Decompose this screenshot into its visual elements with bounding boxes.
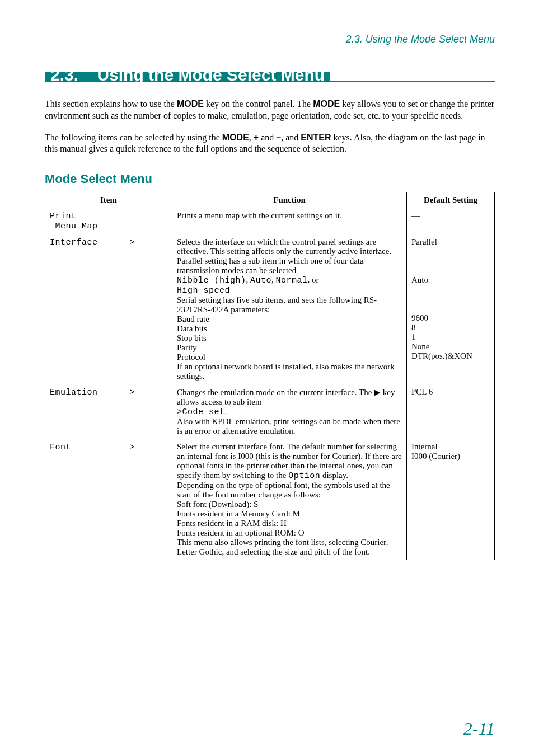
- key-label: +: [254, 133, 259, 142]
- text: Selects the interface on which the contr…: [177, 237, 391, 256]
- paragraph-1: This section explains how to use the MOD…: [45, 98, 495, 122]
- text: Changes the emulation mode on the curren…: [177, 388, 395, 406]
- table-header-row: Item Function Default Setting: [45, 192, 495, 208]
- cell-default: —: [407, 208, 495, 234]
- text: display.: [320, 471, 348, 480]
- text: I000 (Courier): [411, 452, 460, 461]
- cell-item: Font >: [45, 439, 172, 560]
- text: Parallel setting has a sub item in which…: [177, 256, 364, 275]
- lcd-text: Print Menu Map: [50, 212, 98, 231]
- text: Fonts resident in a RAM disk: H: [177, 519, 287, 528]
- text: Auto: [411, 275, 428, 284]
- text: Data bits: [177, 324, 207, 333]
- text: Internal: [411, 442, 438, 451]
- section-title: 2.3. Using the Mode Select Menu: [45, 72, 330, 81]
- section-title-text: Using the Mode Select Menu: [97, 65, 325, 84]
- cell-item: Interface >: [45, 234, 172, 384]
- th-default: Default Setting: [407, 192, 495, 208]
- key-label: –: [276, 133, 281, 142]
- text: 9600: [411, 313, 428, 322]
- cell-function: Selects the interface on which the contr…: [172, 234, 407, 384]
- key-label: MODE: [222, 133, 249, 142]
- text: Serial setting has five sub items, and s…: [177, 295, 377, 314]
- text: .: [225, 407, 227, 416]
- text: Also with KPDL emulation, print settings…: [177, 417, 400, 435]
- cell-item: Emulation >: [45, 384, 172, 439]
- text: Stop bits: [177, 334, 207, 342]
- text: Parity: [177, 343, 197, 352]
- lcd-text: Emulation >: [50, 388, 135, 397]
- text: , or: [308, 275, 319, 284]
- lcd-text: >Code set: [177, 407, 225, 417]
- text: ,: [246, 275, 251, 284]
- cell-default: Parallel Auto 9600 8 1 None DTR(pos.)&XO…: [407, 234, 495, 384]
- text: The following items can be selected by u…: [45, 133, 222, 142]
- lcd-text: Nibble (high): [177, 276, 246, 285]
- text: ,: [271, 275, 276, 284]
- section-title-row: 2.3. Using the Mode Select Menu: [45, 72, 495, 82]
- text: Fonts resident in a Memory Card: M: [177, 509, 300, 518]
- text: and: [259, 133, 276, 142]
- th-item: Item: [45, 192, 172, 208]
- text: None: [411, 342, 430, 351]
- running-header: 2.3. Using the Mode Select Menu: [45, 34, 495, 49]
- th-function: Function: [172, 192, 407, 208]
- text: Fonts resident in an optional ROM: O: [177, 528, 305, 537]
- sub-heading: Mode Select Menu: [45, 172, 495, 186]
- text: This menu also allows printing the font …: [177, 538, 388, 556]
- text: Soft font (Download): S: [177, 500, 258, 509]
- cell-function: Prints a menu map with the current setti…: [172, 208, 407, 234]
- text: 1: [411, 332, 416, 341]
- text: , and: [281, 133, 301, 142]
- cell-function: Select the current interface font. The d…: [172, 439, 407, 560]
- text: ,: [249, 133, 254, 142]
- section-number: 2.3.: [50, 65, 78, 84]
- lcd-text: Font >: [50, 443, 135, 452]
- text: This section explains how to use the: [45, 99, 177, 109]
- paragraph-2: The following items can be selected by u…: [45, 132, 495, 156]
- text: DTR(pos.)&XON: [411, 351, 472, 360]
- text: If an optional network board is installe…: [177, 362, 395, 381]
- key-label: ENTER: [301, 133, 331, 142]
- table-row: Print Menu Map Prints a menu map with th…: [45, 208, 495, 234]
- cell-item: Print Menu Map: [45, 208, 172, 234]
- lcd-text: Normal: [276, 276, 308, 285]
- cell-default: Internal I000 (Courier): [407, 439, 495, 560]
- lcd-text: Auto: [250, 276, 271, 285]
- lcd-text: Interface >: [50, 238, 135, 247]
- text: Baud rate: [177, 314, 209, 323]
- text: key on the control panel. The: [204, 99, 313, 109]
- key-label: MODE: [313, 99, 340, 109]
- text: Parallel: [411, 237, 437, 246]
- mode-select-table: Item Function Default Setting Print Menu…: [45, 192, 495, 560]
- table-row: Emulation > Changes the emulation mode o…: [45, 384, 495, 439]
- key-label: MODE: [177, 99, 204, 109]
- text: Protocol: [177, 353, 205, 361]
- lcd-text: High speed: [177, 286, 230, 295]
- text: 8: [411, 323, 416, 332]
- cell-function: Changes the emulation mode on the curren…: [172, 384, 407, 439]
- table-row: Font > Select the current interface font…: [45, 439, 495, 560]
- cell-default: PCL 6: [407, 384, 495, 439]
- lcd-text: Option: [288, 471, 320, 481]
- text: Depending on the type of optional font, …: [177, 481, 390, 499]
- page-number: 2-11: [463, 719, 495, 739]
- table-row: Interface > Selects the interface on whi…: [45, 234, 495, 384]
